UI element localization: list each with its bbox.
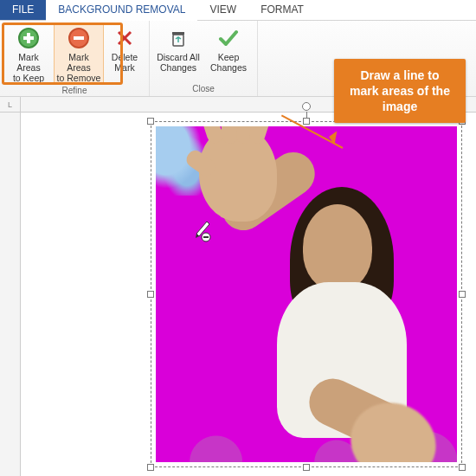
ruler-corner: L [0,97,21,113]
label: Mark Areas [56,52,101,73]
minus-circle-icon [67,26,91,50]
discard-all-changes-button[interactable]: Discard All Changes [153,23,203,82]
label: Mark Areas [6,52,51,73]
svg-rect-4 [74,36,84,40]
label: to Remove [57,73,101,83]
keep-changes-button[interactable]: Keep Changes [203,23,254,82]
group-close: Discard All Changes Keep Changes Close [150,21,258,96]
tutorial-callout: Draw a line to mark areas of the image [334,59,466,123]
mark-areas-to-remove-button[interactable]: Mark Areas to Remove [54,23,104,84]
resize-handle-ml[interactable] [147,291,154,298]
label: Changes [160,62,196,73]
resize-handle-bl[interactable] [147,464,154,471]
tab-view[interactable]: VIEW [197,0,248,20]
group-refine: Mark Areas to Keep Mark Areas to Remove … [0,21,150,96]
resize-handle-br[interactable] [459,464,466,471]
rotate-handle[interactable] [302,102,311,111]
label: Changes [210,62,247,73]
tab-format[interactable]: FORMAT [248,0,316,20]
resize-handle-tl[interactable] [147,118,154,125]
label: Keep [218,52,240,62]
selection-border [151,121,462,467]
trash-recycle-icon [166,26,190,50]
ribbon-tabs: FILE BACKGROUND REMOVAL VIEW FORMAT [0,0,476,21]
mark-areas-to-keep-button[interactable]: Mark Areas to Keep [3,23,54,84]
resize-handle-mr[interactable] [459,291,466,298]
resize-handle-tm[interactable] [303,118,310,125]
delete-mark-button[interactable]: Delete Mark [104,23,145,84]
callout-arrow-icon [321,129,338,145]
label: Discard All [157,52,200,62]
plus-circle-icon [16,26,41,50]
label: Delete [112,52,138,62]
label: Mark [114,62,134,73]
resize-handle-bm[interactable] [303,464,310,471]
ruler-vertical[interactable] [0,113,21,476]
pencil-minus-cursor-icon [194,218,215,242]
label: to Keep [13,73,44,83]
group-label-refine: Refine [62,84,87,98]
checkmark-icon [216,26,241,50]
svg-rect-2 [27,33,30,43]
tab-background-removal[interactable]: BACKGROUND REMOVAL [46,0,197,21]
document-canvas[interactable] [21,113,476,476]
tab-file[interactable]: FILE [0,0,46,20]
svg-rect-8 [172,32,184,35]
delete-x-icon [113,26,137,50]
svg-rect-10 [203,236,209,238]
selected-image[interactable] [151,121,462,467]
group-label-close: Close [192,82,215,96]
